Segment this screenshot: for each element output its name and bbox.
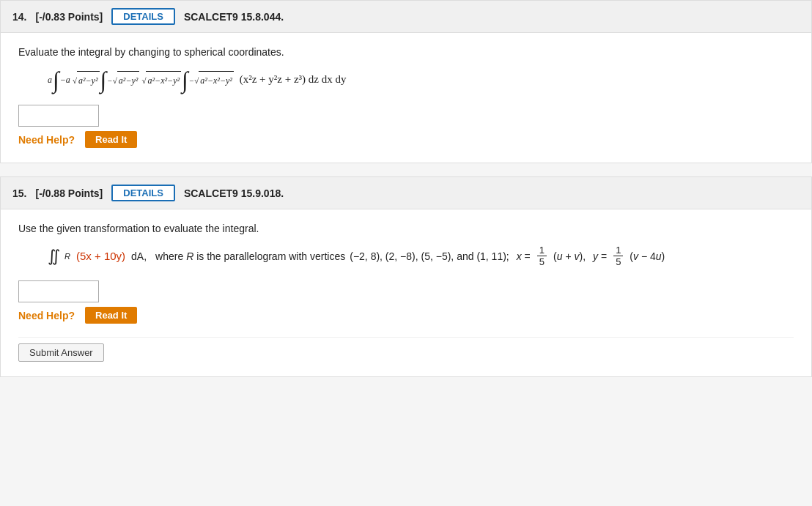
problem-14-read-it-button[interactable]: Read It	[85, 131, 137, 148]
problem-14-help-row: Need Help? Read It	[18, 131, 794, 148]
problem-14-instruction: Evaluate the integral by changing to sph…	[18, 46, 794, 58]
problem-15-answer-input[interactable]	[18, 280, 99, 302]
problem-15-body: Use the given transformation to evaluate…	[1, 209, 811, 376]
problem-14-body: Evaluate the integral by changing to sph…	[1, 33, 811, 163]
problem-15-points: [-/0.88 Points]	[35, 187, 103, 199]
problem-14-number: 14.	[12, 11, 26, 23]
problem-15-instruction: Use the given transformation to evaluate…	[18, 223, 794, 234]
problem-15-number: 15.	[12, 187, 26, 199]
problem-15-submit-button[interactable]: Submit Answer	[18, 343, 104, 362]
problem-15-header: 15. [-/0.88 Points] DETAILS SCALCET9 15.…	[1, 177, 811, 209]
problem-15-math: ∬ R (5x + 10y) dA, where R is the parall…	[48, 245, 794, 267]
problem-14-answer-row	[18, 105, 794, 127]
problem-14-math: a ∫ −a √a²−y² ∫ −√a²−y²	[48, 68, 794, 92]
problem-14-header: 14. [-/0.83 Points] DETAILS SCALCET9 15.…	[1, 1, 811, 33]
problem-15-help-row: Need Help? Read It	[18, 307, 794, 324]
problem-15-answer-row	[18, 280, 794, 302]
problem-14-details-button[interactable]: DETAILS	[111, 8, 175, 25]
problem-15-submit-row: Submit Answer	[18, 337, 794, 362]
problem-14-points: [-/0.83 Points]	[35, 11, 103, 23]
problem-15-details-button[interactable]: DETAILS	[111, 185, 175, 201]
problem-15-read-it-button[interactable]: Read It	[85, 307, 137, 324]
problem-14-answer-input[interactable]	[18, 105, 99, 127]
problem-15-ref: SCALCET9 15.9.018.	[184, 187, 284, 199]
problem-14-need-help-label: Need Help?	[18, 134, 75, 146]
problem-15-need-help-label: Need Help?	[18, 310, 75, 321]
problem-14-ref: SCALCET9 15.8.044.	[184, 11, 284, 23]
problem-15-block: 15. [-/0.88 Points] DETAILS SCALCET9 15.…	[0, 176, 812, 377]
problem-14-block: 14. [-/0.83 Points] DETAILS SCALCET9 15.…	[0, 0, 812, 163]
